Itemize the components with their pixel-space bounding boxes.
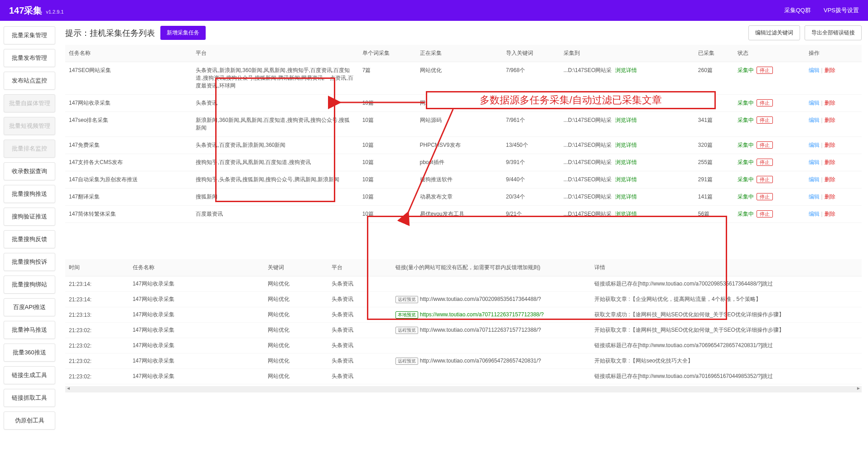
- browse-link[interactable]: 浏览详情: [615, 176, 637, 183]
- edit-link[interactable]: 编辑: [809, 67, 820, 73]
- task-ops: 编辑|删除: [805, 137, 862, 154]
- edit-link[interactable]: 编辑: [809, 159, 820, 165]
- edit-link[interactable]: 编辑: [809, 211, 820, 217]
- local-badge[interactable]: 本地预览: [395, 311, 418, 319]
- stop-button[interactable]: 停止: [757, 99, 773, 106]
- browse-link[interactable]: 浏览详情: [615, 194, 637, 200]
- task-dest: ...D:\147SEO网站采 浏览详情: [560, 95, 694, 112]
- browse-link[interactable]: 浏览详情: [615, 211, 637, 217]
- task-count: 291篇: [694, 171, 734, 189]
- task-status: 采集中停止: [734, 154, 805, 171]
- app-title: 147采集: [9, 5, 42, 17]
- sidebar-item-15[interactable]: 链接生成工具: [4, 366, 55, 384]
- sidebar-item-6[interactable]: 收录数据查询: [4, 162, 55, 180]
- sidebar-item-11[interactable]: 批量搜狗绑站: [4, 276, 55, 294]
- delete-link[interactable]: 删除: [825, 117, 835, 123]
- sidebar-item-17[interactable]: 伪原创工具: [4, 411, 55, 430]
- edit-link[interactable]: 编辑: [809, 100, 820, 106]
- sidebar-item-0[interactable]: 批量采集管理: [4, 26, 55, 44]
- sidebar: 批量采集管理批量发布管理发布站点监控批量自媒体管理批量短视频管理批量排名监控收录…: [0, 21, 59, 450]
- task-current: 网站优化: [416, 62, 502, 95]
- sidebar-item-8[interactable]: 搜狗验证推送: [4, 208, 55, 226]
- log-th-4: 链接(量小的网站可能没有匹配，如需要可群内反馈增加规则): [392, 259, 591, 276]
- sidebar-item-16[interactable]: 链接抓取工具: [4, 389, 55, 407]
- qq-group-link[interactable]: 采集QQ群: [784, 6, 811, 15]
- stop-button[interactable]: 停止: [757, 67, 773, 74]
- log-task: 147网站收录采集: [129, 353, 265, 369]
- delete-link[interactable]: 删除: [825, 159, 835, 165]
- remote-badge[interactable]: 远程预览: [395, 358, 418, 365]
- delete-link[interactable]: 删除: [825, 100, 835, 106]
- vps-settings-link[interactable]: VPS拨号设置: [824, 6, 859, 15]
- task-count: 260篇: [694, 62, 734, 95]
- status-running-label: 采集中: [738, 67, 754, 73]
- stop-button[interactable]: 停止: [757, 176, 773, 183]
- sidebar-item-14[interactable]: 批量360推送: [4, 344, 55, 362]
- task-row: 147简体转繁体采集百度最资讯10篇易优eyou发布工具9/21个...D:\1…: [65, 206, 862, 223]
- log-url: https://www.toutiao.com/a707112263715771…: [420, 311, 544, 318]
- edit-link[interactable]: 编辑: [809, 142, 820, 148]
- edit-filter-button[interactable]: 编辑过滤关键词: [748, 25, 800, 40]
- task-per: 10篇: [359, 112, 416, 137]
- edit-link[interactable]: 编辑: [809, 194, 820, 200]
- task-ops: 编辑|删除: [805, 206, 862, 223]
- task-kw: 9/440个: [502, 171, 560, 189]
- sidebar-item-2[interactable]: 发布站点监控: [4, 72, 55, 90]
- edit-link[interactable]: 编辑: [809, 117, 820, 123]
- log-kw: 网站优化: [264, 338, 328, 353]
- task-per: 10篇: [359, 189, 416, 206]
- edit-link[interactable]: 编辑: [809, 176, 820, 183]
- remote-badge[interactable]: 远程预览: [395, 327, 418, 334]
- log-detail: 链接或标题已存在[http://www.toutiao.com/a7016965…: [591, 369, 862, 384]
- stop-button[interactable]: 停止: [757, 116, 773, 124]
- sidebar-item-1[interactable]: 批量发布管理: [4, 49, 55, 67]
- sidebar-item-7[interactable]: 批量搜狗推送: [4, 185, 55, 203]
- delete-link[interactable]: 删除: [825, 211, 835, 217]
- header-left: 147采集 v1.2.9.1: [9, 5, 64, 17]
- log-th-1: 任务名称: [129, 259, 265, 276]
- sidebar-item-12[interactable]: 百度API推送: [4, 298, 55, 316]
- log-row: 21:23:02:147网站收录采集网站优化头条资讯远程预览http://www…: [65, 323, 862, 338]
- app-version: v1.2.9.1: [46, 9, 63, 15]
- task-row: 147seo排名采集新浪新闻,360新闻,凤凰新闻,百度知道,搜狗资讯,搜狗公众…: [65, 112, 862, 137]
- horizontal-scrollbar[interactable]: [65, 386, 862, 392]
- browse-link[interactable]: 浏览详情: [615, 117, 637, 123]
- browse-link[interactable]: 浏览详情: [615, 159, 637, 165]
- stop-button[interactable]: 停止: [757, 141, 773, 149]
- new-task-button[interactable]: 新增采集任务: [160, 26, 206, 40]
- task-status: 采集中停止: [734, 171, 805, 189]
- task-row: 147免费采集头条资讯,百度资讯,新浪新闻,360新闻10篇PHPCMSV9发布…: [65, 137, 862, 154]
- log-kw: 网站优化: [264, 323, 328, 338]
- task-count: 341篇: [694, 112, 734, 137]
- sidebar-item-4: 批量短视频管理: [4, 117, 55, 135]
- delete-link[interactable]: 删除: [825, 176, 835, 183]
- log-platform: 头条资讯: [328, 323, 392, 338]
- task-th-8: 操作: [805, 45, 862, 62]
- task-kw: 9/21个: [502, 206, 560, 223]
- log-link: 远程预览http://www.toutiao.com/a700209853561…: [392, 292, 591, 307]
- export-errors-button[interactable]: 导出全部错误链接: [805, 25, 862, 40]
- delete-link[interactable]: 删除: [825, 194, 835, 200]
- stop-button[interactable]: 停止: [757, 193, 773, 200]
- app-header: 147采集 v1.2.9.1 采集QQ群 VPS拨号设置: [0, 0, 868, 21]
- task-status: 采集中停止: [734, 95, 805, 112]
- sidebar-item-9[interactable]: 批量搜狗反馈: [4, 230, 55, 248]
- browse-link[interactable]: 浏览详情: [615, 142, 637, 148]
- log-th-2: 关键词: [264, 259, 328, 276]
- log-time: 21:23:02:: [65, 338, 129, 353]
- delete-link[interactable]: 删除: [825, 142, 835, 148]
- task-dest: ...D:\147SEO网站采 浏览详情: [560, 206, 694, 223]
- task-ops: 编辑|删除: [805, 112, 862, 137]
- browse-link[interactable]: 浏览详情: [615, 100, 637, 106]
- task-name: 147自动采集为原创发布推送: [65, 171, 192, 189]
- log-detail: 获取文章成功 :【途网科技_网站SEO优化如何做_关于SEO优化详细操作步骤】: [591, 307, 862, 323]
- stop-button[interactable]: 停止: [757, 210, 773, 218]
- log-row: 21:23:14:147网站收录采集网站优化头条资讯远程预览http://www…: [65, 292, 862, 307]
- delete-link[interactable]: 删除: [825, 67, 835, 73]
- browse-link[interactable]: 浏览详情: [615, 67, 637, 73]
- remote-badge[interactable]: 远程预览: [395, 296, 418, 303]
- stop-button[interactable]: 停止: [757, 159, 773, 166]
- sidebar-item-13[interactable]: 批量神马推送: [4, 321, 55, 339]
- sidebar-item-10[interactable]: 批量搜狗投诉: [4, 253, 55, 271]
- task-name: 147免费采集: [65, 137, 192, 154]
